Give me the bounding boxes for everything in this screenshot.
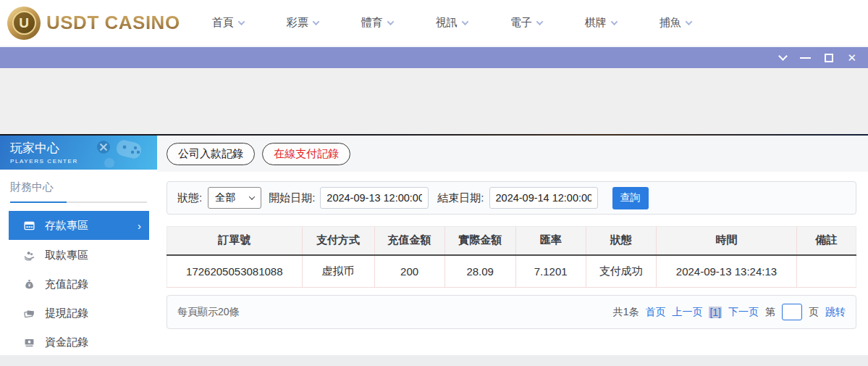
content-area: 公司入款記錄 在線支付記錄 狀態: 全部 開始日期: 結束日期: 查詢 xyxy=(157,136,868,355)
main-area: 玩家中心 PLAYERS CENTER 財務中心 xyxy=(0,136,868,355)
cell-status: 支付成功 xyxy=(586,255,656,288)
chevron-down-icon xyxy=(685,18,692,25)
sidebar-menu: 存款專區 › 取款專區 ¥ 充值記錄 xyxy=(0,211,157,357)
brand-name: USDT CASINO xyxy=(46,12,180,34)
col-status: 狀態 xyxy=(586,227,656,255)
sidebar-item-label: 提現記錄 xyxy=(45,307,88,320)
cell-payment-method: 虚拟币 xyxy=(302,255,374,288)
brand-logo-icon: U xyxy=(7,7,41,40)
chevron-down-icon xyxy=(461,18,468,25)
sidebar-header: 玩家中心 PLAYERS CENTER xyxy=(0,136,157,170)
nav-label: 首頁 xyxy=(212,16,234,30)
table-header-row: 訂單號 支付方式 充值金額 實際金額 匯率 狀態 時間 備註 xyxy=(167,227,856,255)
chevron-right-icon: › xyxy=(138,220,141,232)
maximize-icon[interactable] xyxy=(825,54,833,62)
table-row: 1726205053081088 虚拟币 200 28.09 7.1201 支付… xyxy=(167,255,856,288)
record-tabs: 公司入款記錄 在線支付記錄 xyxy=(157,136,868,172)
site-header: U USDT CASINO 首頁 彩票 體育 視訊 電子 xyxy=(0,0,868,46)
chevron-down-icon xyxy=(249,194,255,199)
cell-recharge-amount: 200 xyxy=(374,255,444,288)
sidebar-item-recharge-records[interactable]: ¥ 充值記錄 xyxy=(0,270,157,299)
cell-remarks xyxy=(797,255,856,288)
brand-logo[interactable]: U USDT CASINO xyxy=(7,7,180,40)
nav-label: 體育 xyxy=(361,16,383,30)
recharge-bag-icon: ¥ xyxy=(23,278,35,291)
status-label: 狀態: xyxy=(177,191,202,205)
close-icon[interactable]: ✕ xyxy=(847,52,856,63)
sidebar-item-withdrawal-records[interactable]: 提現記錄 xyxy=(0,299,157,328)
logo-u-emblem: U xyxy=(12,11,36,35)
current-page-indicator[interactable]: [1] xyxy=(709,307,722,318)
page-size-text: 每頁顯示20條 xyxy=(177,306,240,319)
total-count-text: 共1条 xyxy=(613,306,639,319)
pager-controls: 共1条 首页 上一页 [1] 下一页 第 页 跳转 xyxy=(613,304,846,320)
deposit-card-icon xyxy=(23,220,35,232)
nav-item-cards[interactable]: 棋牌 xyxy=(585,16,617,30)
start-date-label: 開始日期: xyxy=(269,191,315,205)
nav-item-lottery[interactable]: 彩票 xyxy=(287,16,319,30)
cell-actual-amount: 28.09 xyxy=(444,255,515,288)
nav-label: 電子 xyxy=(510,16,532,30)
col-recharge-amount: 充值金額 xyxy=(374,227,444,255)
tab-company-deposit-records[interactable]: 公司入款記錄 xyxy=(167,143,255,165)
nav-label: 彩票 xyxy=(287,16,308,30)
nav-label: 視訊 xyxy=(436,16,458,30)
nav-label: 棋牌 xyxy=(585,16,607,30)
collapse-chevron-icon[interactable] xyxy=(779,51,788,61)
filter-bar: 狀態: 全部 開始日期: 結束日期: 查詢 xyxy=(167,181,856,215)
col-time: 時間 xyxy=(656,227,796,255)
pagination-bar: 每頁顯示20條 共1条 首页 上一页 [1] 下一页 第 页 跳转 xyxy=(167,295,856,329)
svg-text:¥: ¥ xyxy=(28,283,31,288)
prev-page-link[interactable]: 上一页 xyxy=(672,306,702,319)
withdrawal-cards-icon xyxy=(23,307,35,320)
col-payment-method: 支付方式 xyxy=(302,227,374,255)
first-page-link[interactable]: 首页 xyxy=(645,306,665,319)
tab-online-payment-records[interactable]: 在線支付記錄 xyxy=(262,143,350,165)
chevron-down-icon xyxy=(387,18,394,25)
window-titlebar: ✕ xyxy=(0,46,868,68)
end-date-label: 結束日期: xyxy=(437,191,484,205)
minimize-icon[interactable] xyxy=(800,57,811,59)
start-date-input[interactable] xyxy=(320,187,429,209)
sidebar-item-withdraw[interactable]: 取款專區 xyxy=(0,241,157,270)
page-background-spacer xyxy=(0,68,868,134)
records-panel: 狀態: 全部 開始日期: 結束日期: 查詢 xyxy=(157,172,868,355)
nav-item-fishing[interactable]: 捕魚 xyxy=(660,16,691,30)
col-order-number: 訂單號 xyxy=(167,227,303,255)
col-remarks: 備註 xyxy=(797,227,856,255)
page-jump-input[interactable] xyxy=(782,304,802,320)
chevron-down-icon xyxy=(312,18,319,25)
funds-note-icon xyxy=(23,336,35,349)
sidebar-item-label: 資金記錄 xyxy=(45,336,88,349)
sidebar-section: 財務中心 xyxy=(0,170,157,203)
status-select-value: 全部 xyxy=(215,191,235,204)
cell-exchange-rate: 7.1201 xyxy=(515,255,586,288)
jump-action-link[interactable]: 跳转 xyxy=(825,306,846,319)
chevron-down-icon xyxy=(610,18,618,25)
nav-item-slots[interactable]: 電子 xyxy=(510,16,542,30)
col-actual-amount: 實際金額 xyxy=(444,227,515,255)
nav-item-live[interactable]: 視訊 xyxy=(436,16,468,30)
cell-order-number: 1726205053081088 xyxy=(167,255,303,288)
sidebar-item-label: 取款專區 xyxy=(45,249,88,262)
sidebar-item-deposit[interactable]: 存款專區 › xyxy=(9,211,149,240)
nav-item-home[interactable]: 首頁 xyxy=(212,16,244,30)
end-date-input[interactable] xyxy=(489,187,598,209)
gamepad-icon xyxy=(88,137,150,167)
status-select[interactable]: 全部 xyxy=(208,187,261,209)
search-button[interactable]: 查詢 xyxy=(612,187,649,209)
player-center-sidebar: 玩家中心 PLAYERS CENTER 財務中心 xyxy=(0,136,157,355)
sidebar-item-label: 充值記錄 xyxy=(45,278,88,291)
next-page-link[interactable]: 下一页 xyxy=(728,306,759,319)
app-window: U USDT CASINO 首頁 彩票 體育 視訊 電子 xyxy=(0,0,868,366)
jump-prefix-label: 第 xyxy=(765,306,775,319)
footer-strip xyxy=(0,355,868,366)
withdraw-hand-icon xyxy=(23,249,35,262)
jump-suffix-label: 页 xyxy=(809,306,819,319)
nav-item-sports[interactable]: 體育 xyxy=(361,16,393,30)
chevron-down-icon xyxy=(237,18,245,25)
col-exchange-rate: 匯率 xyxy=(515,227,586,255)
sidebar-item-funds-records[interactable]: 資金記錄 xyxy=(0,328,157,357)
payment-records-table: 訂單號 支付方式 充值金額 實際金額 匯率 狀態 時間 備註 172620505 xyxy=(167,226,856,288)
cell-time: 2024-09-13 13:24:13 xyxy=(656,255,796,288)
